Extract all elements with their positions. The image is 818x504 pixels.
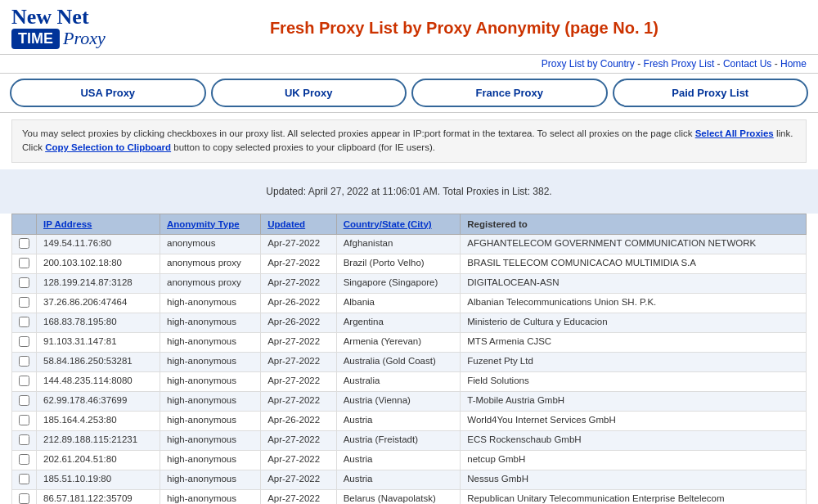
cell-ip: 86.57.181.122:35709: [37, 489, 160, 504]
cell-country: Austria: [336, 411, 461, 430]
cell-updated: Apr-27-2022: [261, 489, 336, 504]
sort-updated[interactable]: Updated: [267, 219, 305, 229]
row-checkbox[interactable]: [19, 297, 29, 308]
cell-anon: high-anonymous: [160, 411, 260, 430]
sort-anon[interactable]: Anonymity Type: [167, 219, 240, 229]
table-row: 202.61.204.51:80high-anonymousApr-27-202…: [12, 450, 807, 470]
copy-selection-link[interactable]: Copy Selection to Clipboard: [45, 142, 171, 152]
col-country: Country/State (City): [336, 214, 461, 234]
row-checkbox[interactable]: [19, 317, 29, 327]
cell-updated: Apr-27-2022: [261, 470, 336, 489]
cell-ip: 128.199.214.87:3128: [37, 273, 160, 293]
cell-registered: World4You Internet Services GmbH: [461, 411, 807, 430]
row-checkbox[interactable]: [19, 238, 29, 249]
nav-proxy-by-country[interactable]: Proxy List by Country: [542, 58, 635, 70]
cell-anon: anonymous: [160, 234, 260, 254]
row-checkbox[interactable]: [19, 474, 29, 484]
cell-registered: MTS Armenia CJSC: [461, 332, 807, 352]
sort-ip[interactable]: IP Address: [43, 219, 92, 229]
tab-bar: USA Proxy UK Proxy France Proxy Paid Pro…: [0, 74, 818, 113]
tab-france-proxy[interactable]: France Proxy: [411, 79, 608, 107]
cell-country: Austria: [336, 470, 461, 489]
table-row: 86.57.181.122:35709high-anonymousApr-27-…: [12, 489, 807, 504]
cell-updated: Apr-27-2022: [261, 450, 336, 470]
page-title: Fresh Proxy List by Proxy Anonymity (pag…: [106, 19, 807, 38]
cell-registered: Republican Unitary Telecommunication Ent…: [461, 489, 807, 504]
cell-updated: Apr-27-2022: [261, 430, 336, 450]
cell-country: Austria (Freistadt): [336, 430, 461, 450]
row-checkbox[interactable]: [19, 395, 29, 406]
tab-uk-proxy[interactable]: UK Proxy: [211, 79, 407, 107]
row-checkbox[interactable]: [19, 454, 29, 465]
cell-registered: Nessus GmbH: [461, 470, 807, 489]
cell-updated: Apr-27-2022: [261, 273, 336, 293]
col-ip-address: IP Address: [37, 214, 160, 234]
map-area: Updated: April 27, 2022 at 11:06:01 AM. …: [0, 169, 818, 214]
row-checkbox[interactable]: [19, 356, 29, 367]
updated-text: Updated: April 27, 2022 at 11:06:01 AM. …: [11, 181, 807, 202]
col-updated: Updated: [261, 214, 336, 234]
row-checkbox[interactable]: [19, 258, 29, 268]
nav-contact-us[interactable]: Contact Us: [723, 58, 771, 70]
cell-anon: high-anonymous: [160, 470, 260, 489]
cell-ip: 144.48.235.114:8080: [37, 371, 160, 391]
cell-registered: T-Mobile Austria GmbH: [461, 391, 807, 411]
row-checkbox[interactable]: [19, 336, 29, 347]
table-row: 168.83.78.195:80high-anonymousApr-26-202…: [12, 313, 807, 332]
cell-updated: Apr-27-2022: [261, 391, 336, 411]
proxy-tbody: 149.54.11.76:80anonymousApr-27-2022Afgha…: [12, 234, 807, 504]
table-row: 58.84.186.250:53281high-anonymousApr-27-…: [12, 352, 807, 371]
cell-updated: Apr-27-2022: [261, 254, 336, 273]
logo-proxy: Proxy: [63, 28, 106, 49]
cell-registered: Ministerio de Cultura y Educacion: [461, 313, 807, 332]
row-checkbox[interactable]: [19, 376, 29, 386]
cell-anon: high-anonymous: [160, 332, 260, 352]
cell-ip: 149.54.11.76:80: [37, 234, 160, 254]
table-row: 212.89.188.115:21231high-anonymousApr-27…: [12, 430, 807, 450]
cell-registered: Field Solutions: [461, 371, 807, 391]
row-checkbox[interactable]: [19, 277, 29, 288]
cell-updated: Apr-27-2022: [261, 352, 336, 371]
nav-fresh-proxy[interactable]: Fresh Proxy List: [644, 58, 715, 70]
cell-anon: anonymous proxy: [160, 273, 260, 293]
cell-registered: Fuzenet Pty Ltd: [461, 352, 807, 371]
tab-usa-proxy[interactable]: USA Proxy: [10, 79, 206, 107]
row-checkbox[interactable]: [19, 434, 29, 445]
cell-anon: high-anonymous: [160, 293, 260, 313]
cell-country: Albania: [336, 293, 461, 313]
col-checkbox: [12, 214, 37, 234]
cell-country: Argentina: [336, 313, 461, 332]
select-all-link[interactable]: Select All Proxies: [695, 128, 774, 138]
cell-country: Belarus (Navapolatsk): [336, 489, 461, 504]
cell-ip: 202.61.204.51:80: [37, 450, 160, 470]
cell-country: Australia: [336, 371, 461, 391]
table-row: 200.103.102.18:80anonymous proxyApr-27-2…: [12, 254, 807, 273]
cell-updated: Apr-27-2022: [261, 371, 336, 391]
tab-paid-proxy[interactable]: Paid Proxy List: [613, 79, 809, 107]
nav-home[interactable]: Home: [780, 58, 807, 70]
info-text-part1: You may select proxies by clicking check…: [22, 128, 695, 138]
info-box: You may select proxies by clicking check…: [11, 119, 807, 163]
info-text-part3: button to copy selected proxies to your …: [171, 142, 435, 152]
row-checkbox[interactable]: [19, 493, 29, 504]
cell-anon: high-anonymous: [160, 313, 260, 332]
table-header-row: IP Address Anonymity Type Updated Countr…: [12, 214, 807, 234]
table-row: 91.103.31.147:81high-anonymousApr-27-202…: [12, 332, 807, 352]
cell-country: Austria (Vienna): [336, 391, 461, 411]
sort-country[interactable]: Country/State (City): [344, 219, 432, 229]
cell-country: Armenia (Yerevan): [336, 332, 461, 352]
cell-anon: high-anonymous: [160, 430, 260, 450]
logo-new-net: New Net: [11, 7, 106, 28]
cell-anon: high-anonymous: [160, 371, 260, 391]
cell-registered: DIGITALOCEAN-ASN: [461, 273, 807, 293]
row-checkbox[interactable]: [19, 415, 29, 425]
cell-anon: high-anonymous: [160, 489, 260, 504]
cell-ip: 62.99.178.46:37699: [37, 391, 160, 411]
cell-ip: 212.89.188.115:21231: [37, 430, 160, 450]
cell-country: Afghanistan: [336, 234, 461, 254]
cell-ip: 58.84.186.250:53281: [37, 352, 160, 371]
cell-updated: Apr-26-2022: [261, 313, 336, 332]
cell-ip: 37.26.86.206:47464: [37, 293, 160, 313]
select-all-label: Select All Proxies: [695, 128, 774, 138]
cell-country: Singapore (Singapore): [336, 273, 461, 293]
